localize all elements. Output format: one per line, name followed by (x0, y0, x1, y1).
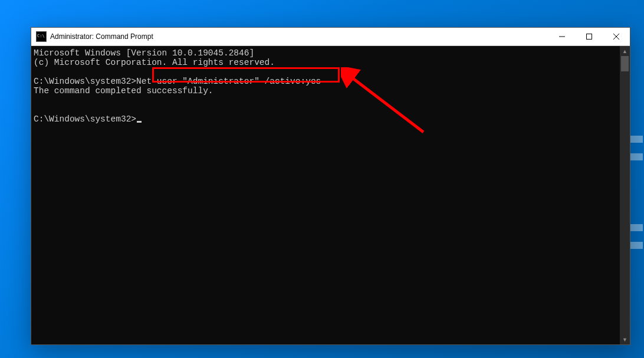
entered-command: Net user "Administrator" /active:yes (136, 77, 321, 86)
scroll-down-arrow[interactable]: ▼ (620, 334, 630, 344)
console-output[interactable]: Microsoft Windows [Version 10.0.19045.28… (31, 46, 620, 344)
command-result: The command completed successfully. (34, 86, 213, 96)
console-area: Microsoft Windows [Version 10.0.19045.28… (31, 46, 630, 344)
desktop-background: Administrator: Command Prompt Microsoft … (0, 0, 644, 358)
window-title: Administrator: Command Prompt (50, 32, 548, 41)
prompt-path-2: C:\Windows\system32> (34, 114, 136, 124)
svg-rect-1 (587, 34, 592, 40)
text-cursor (137, 121, 142, 123)
close-button[interactable] (603, 28, 630, 45)
prompt-path-1: C:\Windows\system32> (34, 77, 136, 86)
maximize-icon (586, 34, 592, 40)
minimize-icon (559, 34, 565, 40)
scroll-track[interactable] (620, 56, 630, 334)
maximize-button[interactable] (576, 28, 603, 45)
minimize-button[interactable] (548, 28, 576, 45)
scroll-up-arrow[interactable]: ▲ (620, 46, 630, 56)
window-titlebar[interactable]: Administrator: Command Prompt (31, 28, 630, 46)
copyright-line: (c) Microsoft Corporation. All rights re… (34, 58, 275, 67)
command-prompt-window: Administrator: Command Prompt Microsoft … (31, 27, 630, 345)
cmd-icon (36, 31, 47, 42)
close-icon (613, 34, 619, 40)
scroll-thumb[interactable] (621, 56, 629, 71)
version-line: Microsoft Windows [Version 10.0.19045.28… (34, 48, 254, 58)
vertical-scrollbar[interactable]: ▲ ▼ (620, 46, 630, 344)
